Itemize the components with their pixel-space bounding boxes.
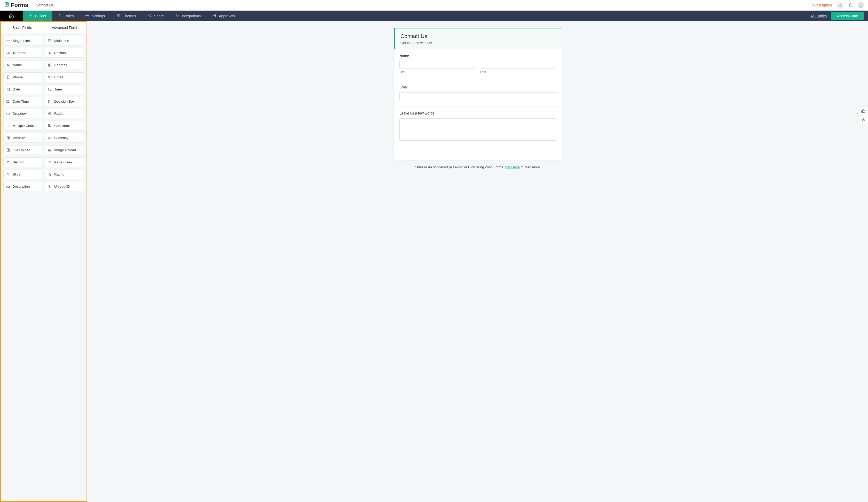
nav-label: Settings bbox=[92, 14, 105, 18]
svg-point-16 bbox=[49, 64, 50, 65]
nav-approvals[interactable]: Approvals bbox=[206, 11, 240, 21]
field-label: Rating bbox=[54, 172, 64, 176]
form-subtitle: Get in touch with us! bbox=[400, 41, 556, 45]
field-label: Currency bbox=[54, 136, 69, 140]
people-icon[interactable] bbox=[836, 1, 844, 9]
svg-point-6 bbox=[60, 16, 61, 17]
field-image-upload[interactable]: Image Upload bbox=[45, 145, 84, 155]
svg-point-26 bbox=[49, 113, 50, 114]
field-grid: Single Line Multi Line 123Number .00Deci… bbox=[1, 33, 86, 194]
svg-point-33 bbox=[7, 173, 8, 174]
field-dropdown[interactable]: Dropdown bbox=[3, 109, 42, 118]
svg-point-1 bbox=[839, 4, 840, 5]
privacy-note: *Please do not collect password or CVV u… bbox=[415, 165, 541, 169]
last-name-input[interactable] bbox=[480, 61, 556, 69]
field-rating[interactable]: Rating bbox=[45, 170, 84, 179]
app-name: Forms bbox=[11, 2, 28, 9]
field-decision-box[interactable]: Decision Box bbox=[45, 97, 84, 106]
field-number[interactable]: 123Number bbox=[3, 48, 42, 58]
field-decimal[interactable]: .00Decimal bbox=[45, 48, 84, 58]
navbar: Builder Rules Settings Themes Share Inte… bbox=[0, 11, 868, 21]
fields-sidebar: Basic Fields Advanced Fields Single Line… bbox=[0, 21, 87, 502]
field-multi-line[interactable]: Multi Line bbox=[45, 36, 84, 46]
field-single-line[interactable]: Single Line bbox=[3, 36, 42, 46]
field-checkbox[interactable]: Checkbox bbox=[45, 121, 84, 131]
themes-icon bbox=[116, 13, 121, 18]
svg-rect-15 bbox=[49, 64, 51, 67]
svg-point-30 bbox=[49, 138, 50, 138]
field-name[interactable]: Name bbox=[3, 60, 42, 70]
email-label: Email bbox=[400, 85, 556, 89]
share-icon bbox=[147, 13, 152, 18]
field-date-time[interactable]: Date-Time bbox=[3, 97, 42, 106]
field-section[interactable]: Section bbox=[3, 158, 42, 167]
field-address[interactable]: Address bbox=[45, 60, 84, 70]
nav-settings[interactable]: Settings bbox=[79, 11, 111, 21]
subscription-link[interactable]: Subscription bbox=[812, 3, 832, 7]
field-time[interactable]: Time bbox=[45, 84, 84, 94]
avatar[interactable] bbox=[858, 2, 864, 9]
breadcrumb-form-name[interactable]: Contact Us bbox=[36, 3, 53, 7]
bell-icon[interactable] bbox=[848, 2, 853, 8]
field-label: Email bbox=[54, 75, 63, 79]
message-textarea[interactable] bbox=[400, 118, 556, 141]
nav-builder[interactable]: Builder bbox=[23, 11, 52, 21]
code-icon[interactable] bbox=[859, 115, 868, 124]
field-label: Checkbox bbox=[54, 124, 70, 128]
form-section-message[interactable]: Leave us a few words bbox=[394, 107, 561, 149]
field-unique-id[interactable]: Unique ID bbox=[45, 182, 84, 191]
field-label: Unique ID bbox=[54, 184, 70, 189]
nav-rules[interactable]: Rules bbox=[52, 11, 80, 21]
tab-basic-fields[interactable]: Basic Fields bbox=[1, 22, 44, 33]
nav-home[interactable] bbox=[0, 11, 23, 21]
nav-label: Integrations bbox=[182, 14, 201, 18]
field-label: Description bbox=[12, 184, 30, 189]
field-radio[interactable]: Radio bbox=[45, 109, 84, 118]
note-click-here-link[interactable]: Click here bbox=[505, 165, 520, 169]
field-page-break[interactable]: Page Break bbox=[45, 158, 84, 167]
nav-share[interactable]: Share bbox=[142, 11, 169, 21]
svg-rect-11 bbox=[213, 14, 216, 17]
field-email[interactable]: Email bbox=[45, 72, 84, 82]
field-label: Slider bbox=[13, 172, 22, 176]
field-label: Time bbox=[54, 87, 62, 91]
field-description[interactable]: AaDescription bbox=[3, 182, 42, 191]
nav-label: Themes bbox=[123, 14, 136, 18]
form-section-name[interactable]: Name First Last bbox=[394, 49, 561, 80]
tab-advanced-fields[interactable]: Advanced Fields bbox=[44, 22, 87, 33]
field-file-upload[interactable]: File Upload bbox=[3, 145, 42, 155]
svg-rect-19 bbox=[7, 88, 10, 91]
svg-point-14 bbox=[8, 64, 9, 65]
field-website[interactable]: Website bbox=[3, 133, 42, 143]
nav-label: Share bbox=[154, 14, 164, 18]
field-phone[interactable]: Phone bbox=[3, 72, 42, 82]
nav-label: Approvals bbox=[219, 14, 235, 18]
field-label: Website bbox=[13, 136, 25, 140]
svg-rect-18 bbox=[48, 76, 51, 78]
access-form-button[interactable]: Access Form bbox=[831, 12, 864, 20]
field-multiple-choice[interactable]: Multiple Choice bbox=[3, 121, 42, 131]
field-slider[interactable]: Slider bbox=[3, 170, 42, 179]
nav-integrations[interactable]: Integrations bbox=[169, 11, 206, 21]
form-header[interactable]: Contact Us Get in touch with us! bbox=[394, 28, 561, 49]
field-date[interactable]: Date bbox=[3, 84, 42, 94]
form-section-email[interactable]: Email bbox=[394, 80, 561, 107]
field-label: Section bbox=[13, 160, 24, 164]
field-label: Single Line bbox=[13, 39, 30, 43]
first-name-input[interactable] bbox=[400, 61, 475, 69]
field-label: Image Upload bbox=[54, 148, 76, 152]
field-label: Decision Box bbox=[54, 100, 75, 103]
email-input[interactable] bbox=[400, 92, 556, 100]
field-currency[interactable]: Currency bbox=[45, 133, 84, 143]
last-sublabel: Last bbox=[480, 70, 556, 74]
collapse-chevron-icon[interactable] bbox=[856, 111, 859, 116]
form-card[interactable]: Contact Us Get in touch with us! Name Fi… bbox=[394, 28, 561, 160]
nav-themes[interactable]: Themes bbox=[111, 11, 142, 21]
thumbs-up-icon[interactable] bbox=[859, 107, 868, 115]
field-label: Address bbox=[54, 63, 67, 67]
field-label: Phone bbox=[13, 75, 23, 79]
field-label: Number bbox=[13, 51, 25, 55]
app-logo[interactable]: Forms bbox=[4, 2, 28, 9]
all-entries-link[interactable]: All Entries bbox=[806, 11, 831, 21]
forms-icon bbox=[4, 2, 9, 9]
